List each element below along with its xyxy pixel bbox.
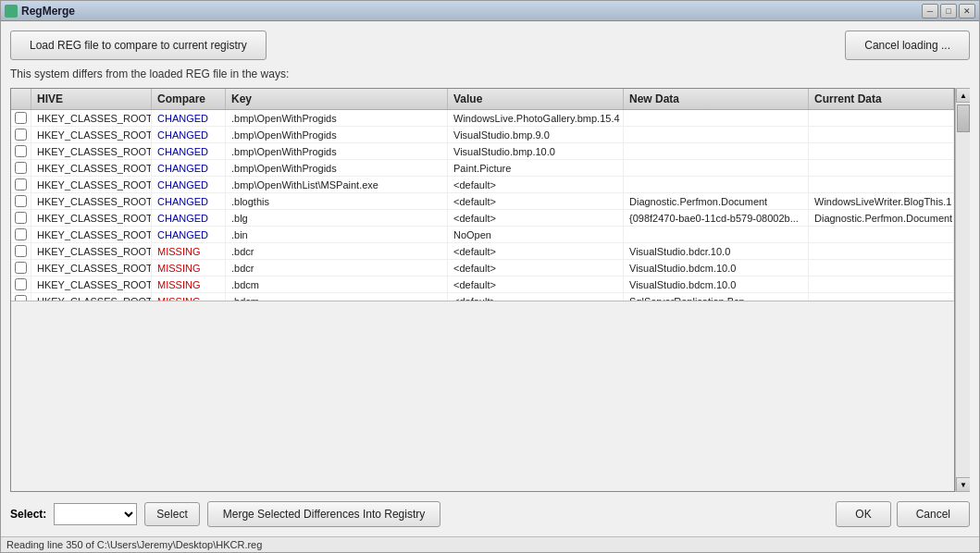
- row-checkbox[interactable]: [15, 262, 27, 274]
- info-text: This system differs from the loaded REG …: [10, 68, 970, 80]
- row-key: .blg: [226, 210, 448, 226]
- table-row: HKEY_CLASSES_ROOTMISSING.bdcm<default>Vi…: [11, 276, 954, 293]
- row-value: NoOpen: [448, 227, 624, 242]
- row-checkbox[interactable]: [15, 178, 27, 190]
- row-key: .bdcm: [226, 276, 448, 292]
- cancel-button[interactable]: Cancel: [897, 501, 970, 527]
- table-row: HKEY_CLASSES_ROOTCHANGED.bmp\OpenWithLis…: [11, 177, 954, 193]
- table-row: HKEY_CLASSES_ROOTMISSING.bdcm<default>Sq…: [11, 293, 954, 301]
- row-hive: HKEY_CLASSES_ROOT: [31, 210, 152, 226]
- row-value: <default>: [448, 260, 624, 276]
- content-area: Load REG file to compare to current regi…: [1, 21, 979, 536]
- row-key: .bdcm: [226, 293, 448, 301]
- row-newdata: [624, 177, 809, 192]
- merge-button[interactable]: Merge Selected Differences Into Registry: [207, 501, 441, 527]
- row-key: .bdcr: [226, 260, 448, 276]
- row-hive: HKEY_CLASSES_ROOT: [31, 143, 152, 159]
- row-currentdata: [809, 127, 954, 142]
- table-row: HKEY_CLASSES_ROOTCHANGED.bmp\OpenWithPro…: [11, 143, 954, 160]
- row-compare: MISSING: [152, 243, 226, 259]
- row-hive: HKEY_CLASSES_ROOT: [31, 160, 152, 176]
- row-newdata: {098f2470-bae0-11cd-b579-08002b...: [624, 210, 809, 226]
- row-hive: HKEY_CLASSES_ROOT: [31, 260, 152, 276]
- scroll-up-arrow[interactable]: ▲: [956, 88, 970, 103]
- row-currentdata: [809, 227, 954, 242]
- row-checkbox[interactable]: [15, 162, 27, 174]
- right-buttons: OK Cancel: [836, 501, 970, 527]
- minimize-button[interactable]: ─: [922, 4, 938, 18]
- row-key: .bmp\OpenWithProgids: [226, 160, 448, 176]
- col-header-value: Value: [448, 89, 624, 109]
- row-currentdata: [809, 143, 954, 159]
- row-checkbox-cell: [11, 193, 31, 209]
- row-newdata: VisualStudio.bdcm.10.0: [624, 260, 809, 276]
- row-newdata: VisualStudio.bdcm.10.0: [624, 276, 809, 292]
- row-checkbox-cell: [11, 210, 31, 226]
- row-checkbox-cell: [11, 143, 31, 159]
- row-checkbox[interactable]: [15, 145, 27, 157]
- close-button[interactable]: ✕: [959, 4, 975, 18]
- row-currentdata: [809, 177, 954, 192]
- scroll-track: [956, 103, 970, 477]
- row-compare: CHANGED: [152, 177, 226, 192]
- vertical-scrollbar[interactable]: ▲ ▼: [955, 88, 970, 492]
- select-dropdown[interactable]: AllNoneChangedMissing: [54, 503, 137, 525]
- ok-button[interactable]: OK: [836, 501, 890, 527]
- top-bar: Load REG file to compare to current regi…: [10, 31, 970, 60]
- row-key: .bmp\OpenWithProgids: [226, 110, 448, 126]
- row-value: <default>: [448, 177, 624, 192]
- title-bar-left: RegMerge: [5, 5, 75, 18]
- row-currentdata: [809, 160, 954, 176]
- table-row: HKEY_CLASSES_ROOTCHANGED.bmp\OpenWithPro…: [11, 127, 954, 143]
- col-header-hive: HIVE: [31, 89, 152, 109]
- load-reg-button[interactable]: Load REG file to compare to current regi…: [10, 31, 267, 60]
- row-compare: MISSING: [152, 293, 226, 301]
- row-hive: HKEY_CLASSES_ROOT: [31, 227, 152, 242]
- select-label: Select:: [10, 508, 46, 521]
- row-hive: HKEY_CLASSES_ROOT: [31, 193, 152, 209]
- row-value: <default>: [448, 193, 624, 209]
- scroll-down-arrow[interactable]: ▼: [956, 477, 970, 492]
- row-checkbox-cell: [11, 160, 31, 176]
- row-key: .bdcr: [226, 243, 448, 259]
- row-checkbox[interactable]: [15, 212, 27, 224]
- row-currentdata: [809, 110, 954, 126]
- maximize-button[interactable]: □: [940, 4, 957, 18]
- window-title: RegMerge: [21, 5, 75, 18]
- table-row: HKEY_CLASSES_ROOTCHANGED.bmp\OpenWithPro…: [11, 160, 954, 177]
- row-checkbox-cell: [11, 110, 31, 126]
- select-button[interactable]: Select: [144, 502, 199, 526]
- horizontal-scrollbar[interactable]: [11, 301, 954, 492]
- row-newdata: [624, 127, 809, 142]
- row-currentdata: [809, 260, 954, 276]
- row-checkbox[interactable]: [15, 112, 27, 124]
- row-checkbox[interactable]: [15, 129, 27, 141]
- row-checkbox-cell: [11, 276, 31, 292]
- table-row: HKEY_CLASSES_ROOTCHANGED.binNoOpen: [11, 227, 954, 243]
- scroll-thumb[interactable]: [957, 104, 970, 132]
- row-checkbox-cell: [11, 227, 31, 242]
- row-checkbox[interactable]: [15, 195, 27, 207]
- status-text: Reading line 350 of C:\Users\Jeremy\Desk…: [6, 539, 262, 550]
- row-currentdata: [809, 293, 954, 301]
- row-compare: CHANGED: [152, 210, 226, 226]
- row-currentdata: [809, 243, 954, 259]
- table-row: HKEY_CLASSES_ROOTCHANGED.blg<default>{09…: [11, 210, 954, 227]
- row-hive: HKEY_CLASSES_ROOT: [31, 177, 152, 192]
- row-compare: CHANGED: [152, 160, 226, 176]
- row-compare: CHANGED: [152, 193, 226, 209]
- col-header-newdata: New Data: [624, 89, 809, 109]
- table-body: HKEY_CLASSES_ROOTCHANGED.bmp\OpenWithPro…: [11, 110, 954, 301]
- app-icon: [5, 5, 18, 18]
- col-header-compare: Compare: [152, 89, 226, 109]
- row-checkbox[interactable]: [15, 245, 27, 257]
- row-newdata: SqlServerReplication.Bcp: [624, 293, 809, 301]
- cancel-loading-button[interactable]: Cancel loading ...: [845, 31, 970, 60]
- row-checkbox-cell: [11, 243, 31, 259]
- row-value: <default>: [448, 243, 624, 259]
- row-checkbox-cell: [11, 260, 31, 276]
- col-header-check: [11, 89, 31, 109]
- row-checkbox[interactable]: [15, 278, 27, 290]
- row-checkbox[interactable]: [15, 228, 27, 240]
- table-row: HKEY_CLASSES_ROOTCHANGED.blogthis<defaul…: [11, 193, 954, 210]
